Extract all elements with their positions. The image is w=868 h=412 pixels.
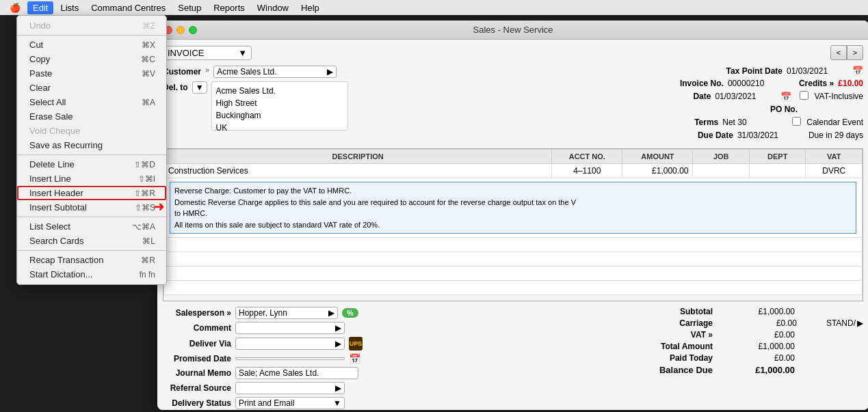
row1-description: Construction Services (164, 164, 552, 178)
col-header-job: JOB (693, 150, 750, 164)
subtotal-value: £1,000.00 (740, 307, 795, 316)
menubar-item-apple[interactable]: 🍎 (4, 1, 26, 14)
form-right: Tax Point Date 01/03/2021 📅 Invoice No. … (631, 66, 863, 143)
menu-void-cheque[interactable]: Void Cheque (17, 124, 166, 138)
reverse-charge-box: Reverse Charge: Customer to pay the VAT … (170, 182, 856, 234)
journal-memo-label: Journal Memo (163, 368, 231, 378)
table-row-empty-2[interactable] (164, 252, 863, 266)
address-box: Acme Sales Ltd. High Street Buckingham U… (211, 81, 348, 131)
due-date-row: Due Date 31/03/2021 Due in 29 days (631, 131, 863, 140)
credits-label: Credits » (799, 79, 834, 88)
promised-date-calendar-icon[interactable]: 📅 (349, 353, 360, 364)
maximize-button[interactable] (189, 26, 197, 34)
menubar-item-reports[interactable]: Reports (208, 1, 250, 14)
menu-cut[interactable]: Cut ⌘X (17, 38, 166, 52)
due-date-value: 31/03/2021 (737, 131, 799, 140)
table-row-empty-1[interactable] (164, 238, 863, 252)
menu-search-cards[interactable]: Search Cards ⌘L (17, 234, 166, 248)
menu-insert-header[interactable]: Insert Header ⇧⌘R (17, 186, 166, 200)
tax-point-date-value: 01/03/2021 (787, 66, 848, 76)
referral-source-row: Referral Source ▶ (163, 382, 620, 394)
menubar-item-edit[interactable]: Edit (27, 1, 53, 14)
ups-icon: UPS (349, 337, 363, 351)
menu-paste[interactable]: Paste ⌘V (17, 66, 166, 81)
bottom-left: Salesperson » Hopper, Lynn ▶ % Comment ▶ (163, 307, 620, 410)
traffic-lights (164, 26, 197, 34)
form-left: Customer » Acme Sales Ltd. ▶ Del. to ▼ A… (163, 66, 620, 143)
menu-insert-subtotal[interactable]: Insert Subtotal ⇧⌘S (17, 200, 166, 215)
table-row-reverse-charge[interactable]: Reverse Charge: Customer to pay the VAT … (164, 178, 863, 238)
menu-save-as-recurring[interactable]: Save as Recurring (17, 138, 166, 152)
vat-inclusive-checkbox[interactable] (800, 91, 808, 100)
salesperson-row: Salesperson » Hopper, Lynn ▶ % (163, 307, 620, 319)
journal-memo-input[interactable]: Sale; Acme Sales Ltd. (235, 367, 358, 379)
edit-menu: Undo ⌘Z Cut ⌘X Copy ⌘C Paste ⌘V Clear Se… (16, 15, 167, 285)
window-title: Sales - New Service (473, 25, 553, 35)
menu-erase-sale[interactable]: Erase Sale (17, 109, 166, 124)
carriage-arrow-icon: ▶ (857, 318, 863, 328)
vat-inclusive-check (800, 91, 808, 102)
menubar-item-lists[interactable]: Lists (55, 1, 84, 14)
red-arrow-indicator: ➜ (153, 198, 165, 215)
bottom-section: Salesperson » Hopper, Lynn ▶ % Comment ▶ (163, 307, 863, 410)
salesperson-input[interactable]: Hopper, Lynn ▶ (235, 307, 338, 319)
menu-select-all[interactable]: Select All ⌘A (17, 95, 166, 109)
calendar-event-check (792, 117, 801, 128)
menubar: 🍎 Edit Lists Command Centres Setup Repor… (0, 0, 868, 15)
invoice-type-select[interactable]: INVOICE ▼ (163, 46, 252, 60)
po-no-row: PO No. (631, 105, 863, 114)
col-header-dept: DEPT (749, 150, 806, 164)
due-in-label: Due in 29 days (808, 131, 863, 140)
table-row-empty-4[interactable] (164, 281, 863, 295)
col-header-description: DESCRIPTION (164, 150, 552, 164)
table-row-empty-3[interactable] (164, 266, 863, 281)
minimize-button[interactable] (176, 26, 185, 34)
row1-vat: DVRC (806, 164, 863, 178)
menu-insert-line[interactable]: Insert Line ⇧⌘I (17, 171, 166, 186)
carriage-row: Carriage £0.00 STAND/ ▶ (631, 318, 863, 328)
tax-point-date-row: Tax Point Date 01/03/2021 📅 (631, 66, 863, 76)
menubar-item-setup[interactable]: Setup (172, 1, 207, 14)
vat-inclusive-label: VAT-Inclusive (814, 92, 863, 101)
customer-input[interactable]: Acme Sales Ltd. ▶ (213, 66, 337, 78)
credits-value[interactable]: £10.00 (838, 79, 863, 88)
vat-value: £0.00 (740, 330, 795, 340)
menubar-item-help[interactable]: Help (295, 1, 325, 14)
col-header-amount: AMOUNT (622, 150, 693, 164)
menubar-item-window[interactable]: Window (252, 1, 294, 14)
nav-buttons: < > (830, 45, 863, 60)
address-line-4: UK (216, 122, 343, 134)
menubar-item-command-centres[interactable]: Command Centres (86, 1, 171, 14)
invoice-no-row: Invoice No. 00000210 Credits » £10.00 (631, 79, 863, 88)
tax-point-date-calendar-icon[interactable]: 📅 (852, 66, 863, 76)
comment-input[interactable]: ▶ (235, 322, 345, 334)
deliver-via-input[interactable]: ▶ (235, 338, 345, 350)
customer-label: Customer (163, 66, 201, 77)
menu-recap-transaction[interactable]: Recap Transaction ⌘R (17, 253, 166, 267)
referral-source-input[interactable]: ▶ (235, 382, 345, 394)
customer-chevron-icon: » (205, 66, 209, 74)
del-to-dropdown[interactable]: ▼ (192, 81, 207, 94)
col-header-vat: VAT (806, 150, 863, 164)
menu-undo[interactable]: Undo ⌘Z (17, 18, 166, 33)
reverse-charge-line-1: Reverse Charge: Customer to pay the VAT … (174, 185, 852, 197)
subtotal-row: Subtotal £1,000.00 (631, 307, 863, 316)
referral-source-label: Referral Source (163, 383, 231, 393)
menu-list-select[interactable]: List Select ⌥⌘A (17, 219, 166, 234)
delivery-status-select[interactable]: Print and Email ▼ (235, 397, 345, 409)
nav-prev-button[interactable]: < (830, 45, 847, 60)
table-row-1[interactable]: Construction Services 4–1100 £1,000.00 D… (164, 164, 863, 178)
menu-clear[interactable]: Clear (17, 81, 166, 95)
nav-next-button[interactable]: > (847, 45, 863, 60)
row1-job (693, 164, 750, 178)
date-calendar-icon[interactable]: 📅 (780, 92, 791, 102)
menu-start-dictation[interactable]: Start Dictation... fn fn (17, 267, 166, 281)
invoice-no-label: Invoice No. (680, 79, 724, 88)
calendar-event-checkbox[interactable] (792, 117, 801, 126)
menu-delete-line[interactable]: Delete Line ⇧⌘D (17, 157, 166, 171)
bottom-right-totals: Subtotal £1,000.00 Carriage £0.00 STAND/… (631, 307, 863, 410)
promised-date-input[interactable] (235, 357, 345, 360)
menu-copy[interactable]: Copy ⌘C (17, 52, 166, 66)
main-window: Sales - New Service INVOICE ▼ < > Custom… (157, 20, 868, 410)
balance-due-label: Balance Due (631, 365, 713, 375)
